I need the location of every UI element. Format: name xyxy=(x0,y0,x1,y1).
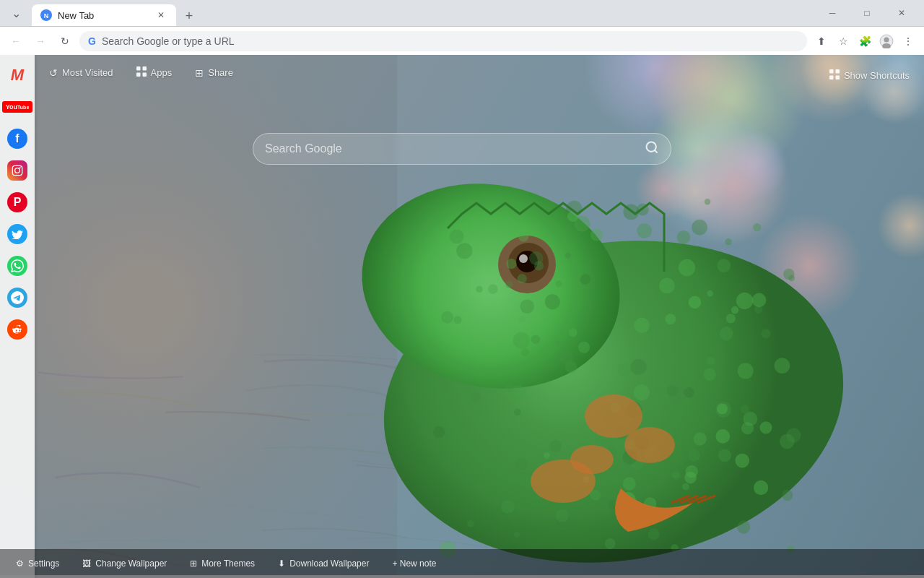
most-visited-label: Most Visited xyxy=(62,67,113,78)
apps-label: Apps xyxy=(151,67,173,78)
menu-button[interactable]: ⋮ xyxy=(898,31,918,51)
active-tab[interactable]: N New Tab ✕ xyxy=(32,4,176,26)
show-shortcuts-button[interactable]: Show Shortcuts xyxy=(824,66,915,85)
download-wallpaper-label: Download Wallpaper xyxy=(289,558,369,569)
sidebar-item-whatsapp[interactable] xyxy=(3,251,32,280)
share-page-button[interactable]: ⬆ xyxy=(811,31,832,51)
back-button[interactable]: ← xyxy=(6,31,26,51)
url-bar[interactable]: G Search Google or type a URL xyxy=(79,31,807,51)
search-input-bar[interactable]: Search Google xyxy=(253,133,671,165)
search-placeholder: Search Google xyxy=(265,142,636,155)
twitter-icon xyxy=(7,224,27,244)
new-note-link[interactable]: + New note xyxy=(388,556,440,571)
search-icon[interactable] xyxy=(645,140,659,158)
sidebar-item-instagram[interactable] xyxy=(3,156,32,185)
sidebar-item-twitter[interactable] xyxy=(3,220,32,249)
share-label: Share xyxy=(208,67,233,78)
share-link[interactable]: ⊞ Share xyxy=(189,64,239,82)
svg-rect-11 xyxy=(136,73,141,77)
whatsapp-icon xyxy=(7,256,27,276)
ntp-top-bar: ↺ Most Visited Apps ⊞ Share xyxy=(43,64,915,82)
more-themes-icon: ⊞ xyxy=(190,558,197,569)
profile-button[interactable] xyxy=(876,31,897,51)
svg-rect-14 xyxy=(835,69,840,74)
most-visited-icon: ↺ xyxy=(49,67,58,79)
new-note-label: + New note xyxy=(392,558,436,569)
youtube-icon: YouTube xyxy=(2,101,33,113)
new-tab-page: M YouTube f P xyxy=(0,55,924,578)
svg-rect-5 xyxy=(12,165,22,175)
svg-point-3 xyxy=(884,37,889,42)
settings-link[interactable]: ⚙ Settings xyxy=(12,556,64,571)
toolbar-actions: ⬆ ☆ 🧩 ⋮ xyxy=(811,31,918,51)
svg-rect-15 xyxy=(829,76,834,80)
sidebar: M YouTube f P xyxy=(0,55,35,578)
svg-point-7 xyxy=(19,167,21,168)
svg-text:N: N xyxy=(44,12,49,20)
bookmark-button[interactable]: ☆ xyxy=(833,31,853,51)
address-bar: ← → ↻ G Search Google or type a URL ⬆ ☆ … xyxy=(0,26,924,55)
more-themes-link[interactable]: ⊞ More Themes xyxy=(186,556,259,571)
shortcuts-grid-icon xyxy=(829,69,840,82)
apps-link[interactable]: Apps xyxy=(131,64,178,82)
show-shortcuts-label: Show Shortcuts xyxy=(844,70,910,81)
instagram-icon xyxy=(7,160,27,181)
download-wallpaper-icon: ⬇ xyxy=(278,558,285,569)
svg-rect-16 xyxy=(835,76,840,80)
ntp-search-container: Search Google xyxy=(253,133,671,165)
maximize-button[interactable]: □ xyxy=(850,1,884,25)
minimize-button[interactable]: ─ xyxy=(816,1,849,25)
sidebar-item-telegram[interactable] xyxy=(3,283,32,312)
forward-button[interactable]: → xyxy=(30,31,51,51)
reddit-icon xyxy=(7,319,27,340)
telegram-icon xyxy=(7,288,27,308)
close-button[interactable]: ✕ xyxy=(885,1,918,25)
gmail-icon: M xyxy=(11,66,24,85)
ntp-bottom-bar: ⚙ Settings 🖼 Change Wallpaper ⊞ More The… xyxy=(0,549,924,578)
sidebar-item-facebook[interactable]: f xyxy=(3,124,32,153)
new-tab-button[interactable]: + xyxy=(179,6,199,26)
tab-label: New Tab xyxy=(58,10,94,21)
download-wallpaper-link[interactable]: ⬇ Download Wallpaper xyxy=(274,556,373,571)
svg-point-17 xyxy=(647,142,656,151)
more-themes-label: More Themes xyxy=(201,558,255,569)
apps-grid-icon xyxy=(136,66,147,79)
share-icon: ⊞ xyxy=(195,67,204,79)
pinterest-icon: P xyxy=(7,192,27,212)
most-visited-link[interactable]: ↺ Most Visited xyxy=(43,64,119,82)
svg-rect-12 xyxy=(142,73,147,77)
tab-close-button[interactable]: ✕ xyxy=(154,9,167,22)
url-placeholder: Search Google or type a URL xyxy=(102,35,235,47)
facebook-icon: f xyxy=(7,129,27,149)
sidebar-item-pinterest[interactable]: P xyxy=(3,188,32,217)
settings-icon: ⚙ xyxy=(16,558,24,569)
settings-label: Settings xyxy=(28,558,59,569)
svg-point-6 xyxy=(15,168,20,173)
extensions-button[interactable]: 🧩 xyxy=(855,31,875,51)
svg-rect-10 xyxy=(142,66,147,71)
window-controls: ─ □ ✕ xyxy=(816,1,918,25)
google-logo-icon: G xyxy=(88,35,96,47)
change-wallpaper-icon: 🖼 xyxy=(82,558,91,569)
title-bar: ⌄ N New Tab ✕ + ─ □ ✕ xyxy=(0,0,924,26)
chrome-window: ⌄ N New Tab ✕ + ─ □ ✕ ← → ↻ xyxy=(0,0,924,578)
change-wallpaper-link[interactable]: 🖼 Change Wallpaper xyxy=(78,556,171,571)
tab-favicon: N xyxy=(40,9,52,21)
svg-rect-13 xyxy=(829,69,834,74)
sidebar-item-reddit[interactable] xyxy=(3,315,32,344)
change-wallpaper-label: Change Wallpaper xyxy=(95,558,167,569)
sidebar-item-youtube[interactable]: YouTube xyxy=(3,92,32,121)
tab-strip: N New Tab ✕ + xyxy=(32,0,813,26)
sidebar-item-gmail[interactable]: M xyxy=(3,61,32,90)
svg-rect-9 xyxy=(136,66,141,71)
tab-list-button[interactable]: ⌄ xyxy=(6,3,26,23)
reload-button[interactable]: ↻ xyxy=(55,31,75,51)
